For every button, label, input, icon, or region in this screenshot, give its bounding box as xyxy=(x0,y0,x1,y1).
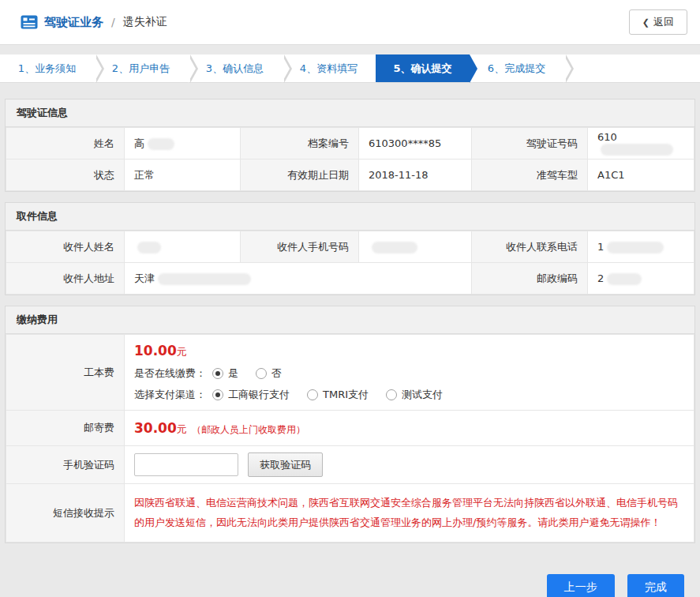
recipient-phone-label: 收件人联系电话 xyxy=(472,231,588,263)
step-label: 3、确认信息 xyxy=(206,62,264,76)
name-text: 高 xyxy=(134,137,144,149)
license-no-text: 610 xyxy=(597,131,617,143)
table-row: 工本费 10.00元 是否在线缴费： 是 否 xyxy=(6,335,694,411)
pickup-info-table: 收件人姓名 收件人手机号码 收件人联系电话 1 收件人地址 天津 邮政编码 2 xyxy=(6,231,694,295)
step-label: 2、用户申告 xyxy=(112,62,170,76)
pay-channel-label: 选择支付渠道： xyxy=(134,388,206,402)
file-no-label: 档案编号 xyxy=(241,128,359,160)
postage-note: （邮政人员上门收取费用） xyxy=(192,424,305,435)
file-no-value: 610300****85 xyxy=(359,128,472,160)
table-row: 短信接收提示 因陕西省联通、电信运营商技术问题，陕西省互联网交通安全综合服务管理… xyxy=(6,484,694,543)
payment-section: 缴纳费用 工本费 10.00元 是否在线缴费： 是 xyxy=(5,306,695,543)
cost-amount: 10.00 xyxy=(134,343,177,359)
recipient-name-value xyxy=(125,231,241,263)
online-pay-group: 是否在线缴费： 是 否 xyxy=(134,366,684,381)
table-row: 收件人地址 天津 邮政编码 2 xyxy=(6,263,694,295)
license-info-table: 姓名 高 档案编号 610300****85 驾驶证号码 610 状态 正常 有… xyxy=(6,127,694,191)
redacted-value xyxy=(372,242,417,253)
radio-label: TMRI支付 xyxy=(323,388,369,402)
radio-label: 否 xyxy=(271,366,282,381)
redacted-value xyxy=(607,273,642,285)
step-1-business-notice[interactable]: 1、业务须知 xyxy=(0,54,94,82)
step-label: 1、业务须知 xyxy=(18,62,76,76)
expiry-value: 2018-11-18 xyxy=(359,160,472,191)
radio-unchecked-icon xyxy=(386,389,397,400)
recipient-address-text: 天津 xyxy=(134,272,155,284)
cost-price: 10.00元 xyxy=(134,343,684,359)
license-info-section: 驾驶证信息 姓名 高 档案编号 610300****85 驾驶证号码 610 状… xyxy=(5,99,695,192)
breadcrumb-current: 遗失补证 xyxy=(123,15,167,29)
license-no-label: 驾驶证号码 xyxy=(472,128,588,160)
radio-online-pay-no[interactable]: 否 xyxy=(256,366,282,381)
step-2-user-declaration[interactable]: 2、用户申告 xyxy=(94,54,188,82)
postcode-label: 邮政编码 xyxy=(472,263,588,295)
online-pay-label: 是否在线缴费： xyxy=(134,366,206,381)
postcode-text: 2 xyxy=(597,272,604,284)
recipient-name-label: 收件人姓名 xyxy=(6,231,125,263)
main-content: 驾驶证信息 姓名 高 档案编号 610300****85 驾驶证号码 610 状… xyxy=(0,99,700,597)
step-5-confirm-submit[interactable]: 5、确认提交 xyxy=(376,54,470,82)
postcode-value: 2 xyxy=(588,263,694,295)
status-value: 正常 xyxy=(125,160,241,191)
breadcrumb-separator: / xyxy=(111,16,115,28)
sms-code-cell: 获取验证码 xyxy=(125,446,694,484)
step-label: 4、资料填写 xyxy=(300,62,357,76)
status-label: 状态 xyxy=(6,160,125,191)
radio-label: 是 xyxy=(228,366,238,381)
postage-label: 邮寄费 xyxy=(6,411,125,446)
radio-unchecked-icon xyxy=(307,389,318,400)
license-service-icon xyxy=(21,15,38,29)
pay-channel-group: 选择支付渠道： 工商银行支付 TMRI支付 测试支付 xyxy=(134,388,684,402)
postage-unit: 元 xyxy=(177,423,187,435)
step-label: 5、确认提交 xyxy=(393,62,451,76)
radio-checked-icon xyxy=(212,389,223,400)
table-row: 邮寄费 30.00元 （邮政人员上门收取费用） xyxy=(6,411,694,446)
license-no-value: 610 xyxy=(588,128,694,160)
step-6-finish-submit[interactable]: 6、完成提交 xyxy=(470,54,563,82)
cost-unit: 元 xyxy=(177,346,187,358)
sms-tip-text: 因陕西省联通、电信运营商技术问题，陕西省互联网交通安全综合服务管理平台无法向持陕… xyxy=(125,484,694,542)
recipient-mobile-label: 收件人手机号码 xyxy=(241,231,359,263)
vehicle-type-label: 准驾车型 xyxy=(472,160,588,191)
redacted-value xyxy=(137,242,161,253)
radio-checked-icon xyxy=(212,368,223,379)
radio-channel-icbc[interactable]: 工商银行支付 xyxy=(212,388,290,402)
step-label: 6、完成提交 xyxy=(488,62,545,76)
prev-step-button[interactable]: 上一步 xyxy=(547,574,615,597)
radio-unchecked-icon xyxy=(256,368,267,379)
name-label: 姓名 xyxy=(6,128,125,160)
table-row: 手机验证码 获取验证码 xyxy=(6,446,694,484)
cost-label: 工本费 xyxy=(6,335,125,411)
header: 驾驶证业务 / 遗失补证 ❮ 返回 xyxy=(0,0,700,45)
redacted-value xyxy=(601,144,673,156)
step-4-fill-data[interactable]: 4、资料填写 xyxy=(282,54,376,82)
payment-table: 工本费 10.00元 是否在线缴费： 是 否 xyxy=(6,334,694,543)
license-info-title: 驾驶证信息 xyxy=(6,100,694,127)
chevron-left-icon: ❮ xyxy=(642,17,649,28)
postage-cell: 30.00元 （邮政人员上门收取费用） xyxy=(125,411,694,446)
step-3-confirm-info[interactable]: 3、确认信息 xyxy=(188,54,282,82)
get-code-button[interactable]: 获取验证码 xyxy=(248,452,323,477)
step-nav: 1、业务须知 2、用户申告 3、确认信息 4、资料填写 5、确认提交 6、完成提… xyxy=(0,54,700,83)
recipient-address-value: 天津 xyxy=(125,263,472,295)
footer-actions: 上一步 完成 xyxy=(5,554,695,597)
postage-amount: 30.00 xyxy=(134,420,177,436)
page-title: 驾驶证业务 xyxy=(44,15,103,30)
finish-button[interactable]: 完成 xyxy=(627,574,684,597)
redacted-value xyxy=(158,273,251,285)
redacted-value xyxy=(607,242,664,253)
sms-tip-label: 短信接收提示 xyxy=(6,484,125,543)
sms-tip-cell: 因陕西省联通、电信运营商技术问题，陕西省互联网交通安全综合服务管理平台无法向持陕… xyxy=(125,484,694,543)
radio-online-pay-yes[interactable]: 是 xyxy=(212,366,238,381)
cost-cell: 10.00元 是否在线缴费： 是 否 选择支 xyxy=(125,335,694,411)
table-row: 姓名 高 档案编号 610300****85 驾驶证号码 610 xyxy=(6,128,694,160)
radio-channel-tmri[interactable]: TMRI支付 xyxy=(307,388,369,402)
sms-code-input[interactable] xyxy=(134,453,238,476)
sms-code-label: 手机验证码 xyxy=(6,446,125,484)
back-button[interactable]: ❮ 返回 xyxy=(629,9,687,35)
radio-channel-test[interactable]: 测试支付 xyxy=(386,388,443,402)
radio-label: 工商银行支付 xyxy=(228,388,290,402)
recipient-mobile-value xyxy=(359,231,472,263)
expiry-label: 有效期止日期 xyxy=(241,160,359,191)
recipient-phone-value: 1 xyxy=(588,231,694,263)
